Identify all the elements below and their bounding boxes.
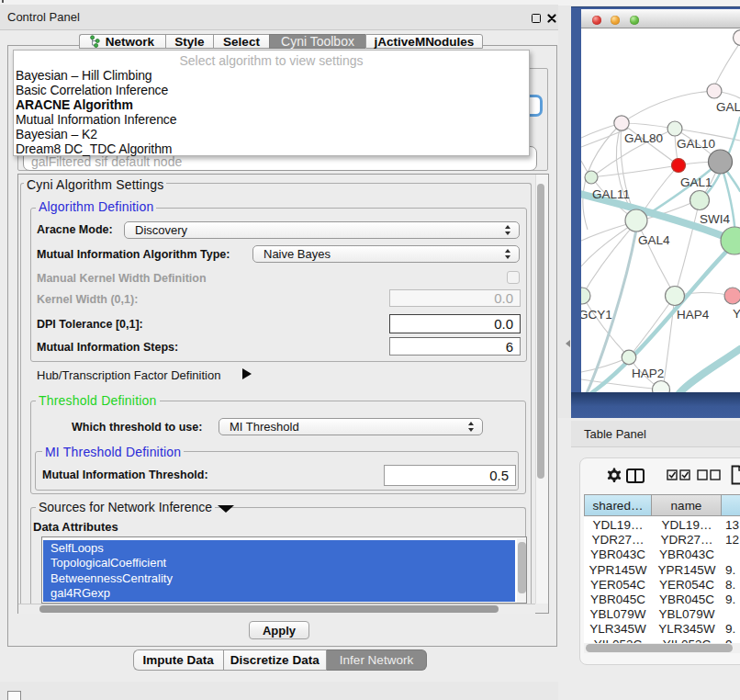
svg-text:GAL11: GAL11 — [592, 187, 630, 201]
svg-text:GAL2: GAL2 — [716, 100, 740, 114]
svg-text:GAL80: GAL80 — [624, 131, 663, 145]
svg-text:GAL1: GAL1 — [680, 175, 712, 189]
svg-text:SWI4: SWI4 — [700, 212, 730, 226]
svg-text:GCY1: GCY1 — [581, 308, 612, 322]
svg-text:Y: Y — [733, 307, 740, 321]
svg-text:GAL10: GAL10 — [677, 137, 715, 151]
svg-text:HAP2: HAP2 — [632, 367, 664, 380]
svg-text:HAP4: HAP4 — [677, 308, 710, 322]
svg-text:GAL4: GAL4 — [638, 233, 670, 247]
